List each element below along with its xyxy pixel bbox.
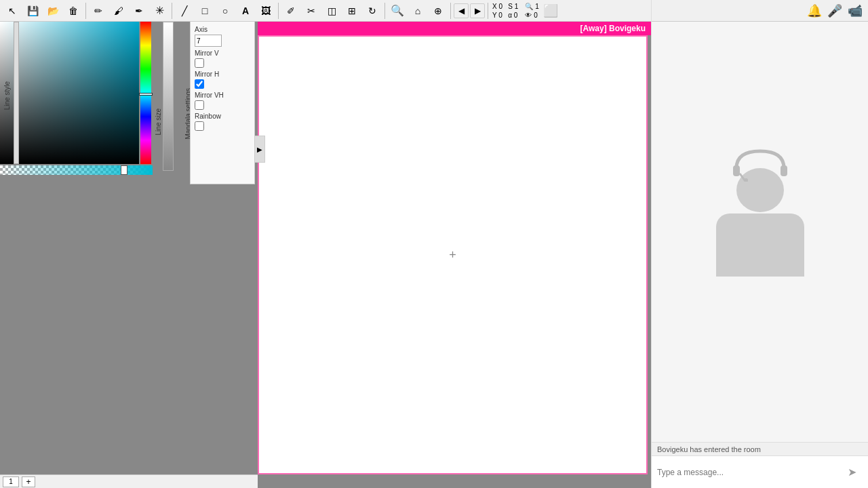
delete-tool[interactable]: 🗑	[64, 1, 83, 20]
avatar-area	[652, 22, 868, 409]
scissors-tool[interactable]: ✂	[302, 1, 321, 20]
folder-tool[interactable]: 📂	[43, 1, 62, 20]
mirror-v-row: Mirror V	[195, 49, 250, 68]
canvas-title-bar: [Away] Bovigeku	[258, 22, 651, 35]
mirror-h-row: Mirror H	[195, 70, 250, 89]
mandala-panel: Axis Mirror V Mirror H Mirror VH Rainbow	[190, 22, 255, 184]
image-tool[interactable]: 🖼	[256, 1, 275, 20]
zoom-out-tool[interactable]: 🔍	[388, 1, 407, 20]
stamp-tool[interactable]: ◫	[322, 1, 341, 20]
pencil-tool[interactable]: ✏	[89, 1, 108, 20]
rect-tool[interactable]: □	[195, 1, 214, 20]
sep2	[172, 3, 172, 19]
eyedropper-tool[interactable]: ✐	[281, 1, 300, 20]
chat-status-bar: Bovigeku has entered the room	[652, 442, 868, 455]
brush-tool[interactable]: 🖌	[109, 1, 128, 20]
mirror-h-checkbox[interactable]	[195, 79, 204, 89]
avatar-body	[716, 214, 804, 277]
crosshair-icon: +	[446, 248, 460, 262]
line-style-strip[interactable]	[14, 22, 19, 164]
nav-prev-button[interactable]: ◀	[454, 3, 469, 18]
mirror-h-label: Mirror H	[195, 70, 250, 78]
avatar-head-area	[733, 155, 787, 212]
mirror-vh-label: Mirror VH	[195, 92, 250, 99]
sep1	[85, 3, 86, 19]
main-toolbar: ↖ 💾 📂 🗑 ✏ 🖌 ✒ ✳ ╱ □ ○ A 🖼 ✐ ✂ ◫ ⊞ ↻ 🔍 ⌂ …	[0, 0, 651, 22]
zoom-in-tool[interactable]: ⊕	[429, 1, 448, 20]
spray-tool[interactable]: ✳	[150, 1, 169, 20]
rainbow-label: Rainbow	[195, 113, 250, 120]
headset-icon	[730, 148, 791, 182]
panel-expand-arrow[interactable]: ▶	[254, 136, 265, 163]
coord-xy: X 0 S 1	[492, 2, 518, 11]
status-message: Bovigeku has entered the room	[657, 445, 761, 453]
sep3	[278, 3, 279, 19]
save-tool[interactable]: 💾	[23, 1, 42, 20]
color-gradient-picker[interactable]	[0, 22, 139, 164]
canvas-title-text: [Away] Bovigeku	[580, 24, 646, 33]
sep4	[384, 3, 385, 19]
axis-input[interactable]	[195, 35, 222, 47]
mirror-v-checkbox[interactable]	[195, 58, 204, 68]
user-avatar-figure	[706, 155, 814, 277]
home-tool[interactable]: ⌂	[408, 1, 427, 20]
mirror-v-label: Mirror V	[195, 49, 250, 57]
zoom-display: 🔍 1 👁 0	[525, 2, 538, 20]
calligraphy-tool[interactable]: ✒	[130, 1, 149, 20]
drawing-canvas[interactable]: +	[258, 35, 648, 474]
chat-panel: 🔔 🎤 📹 B	[651, 0, 868, 488]
alpha-strip[interactable]	[0, 165, 153, 175]
page-number: 1	[3, 476, 19, 487]
hue-strip[interactable]	[140, 22, 151, 164]
bottom-status-bar: 1 +	[0, 474, 258, 488]
line-size-strip[interactable]	[163, 22, 174, 171]
coord-ya: Y 0 α 0	[492, 11, 518, 20]
nav-next-button[interactable]: ▶	[470, 3, 485, 18]
microphone-icon[interactable]: 🎤	[827, 3, 842, 18]
svg-rect-0	[733, 165, 740, 176]
text-tool[interactable]: A	[236, 1, 255, 20]
right-panel-toolbar: 🔔 🎤 📹	[652, 0, 868, 22]
line-style-label: Line style	[3, 81, 13, 110]
axis-label: Axis	[195, 26, 250, 33]
circle-tool[interactable]: ○	[216, 1, 235, 20]
rainbow-row: Rainbow	[195, 113, 250, 131]
add-page-button[interactable]: +	[22, 476, 35, 487]
select-tool[interactable]: ↖	[3, 1, 22, 20]
send-message-button[interactable]: ➤	[841, 462, 863, 483]
clone-tool[interactable]: ⊞	[342, 1, 361, 20]
rainbow-checkbox[interactable]	[195, 121, 204, 131]
page-icon: ⬜	[543, 3, 558, 18]
axis-row: Axis	[195, 26, 250, 47]
sep5	[450, 3, 451, 19]
svg-rect-1	[781, 165, 787, 176]
refresh-tool[interactable]: ↻	[363, 1, 382, 20]
chat-message-input[interactable]	[657, 462, 838, 483]
camera-icon[interactable]: 📹	[848, 3, 863, 18]
chat-input-area: ➤	[652, 455, 868, 488]
mirror-vh-checkbox[interactable]	[195, 100, 204, 110]
coordinates-display: X 0 S 1 Y 0 α 0	[492, 2, 518, 20]
notification-icon[interactable]: 🔔	[807, 3, 822, 18]
mirror-vh-row: Mirror VH	[195, 92, 250, 110]
svg-line-2	[740, 174, 745, 180]
sep6	[488, 3, 488, 19]
line-tool[interactable]: ╱	[175, 1, 194, 20]
